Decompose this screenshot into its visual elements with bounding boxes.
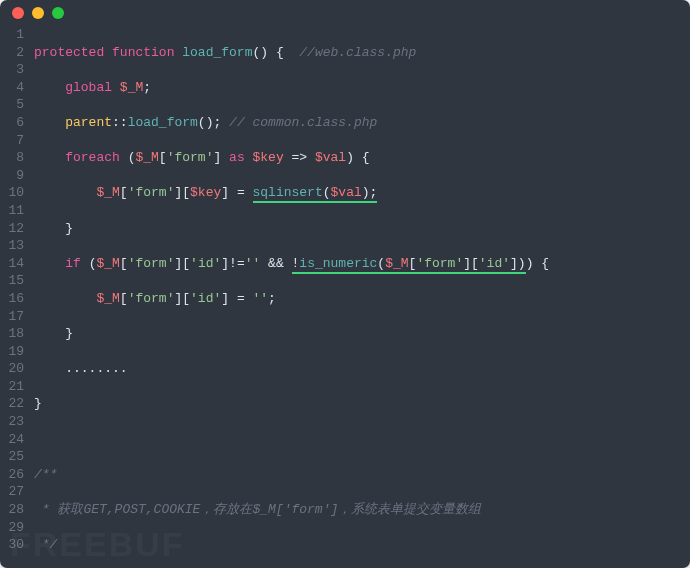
line-number: 13: [4, 237, 24, 255]
keyword: global: [65, 80, 112, 95]
variable: $val: [315, 150, 346, 165]
function-call: is_numeric: [299, 256, 377, 271]
line-number: 30: [4, 536, 24, 554]
code-line: parent::load_form(); // common.class.php: [34, 114, 572, 132]
string: '': [253, 291, 269, 306]
variable: $key: [190, 185, 221, 200]
function-call: sqlinsert: [253, 185, 323, 200]
maximize-icon[interactable]: [52, 7, 64, 19]
string: 'form': [128, 256, 175, 271]
line-number: 25: [4, 448, 24, 466]
line-number: 29: [4, 519, 24, 537]
variable: $_M: [135, 150, 158, 165]
line-number: 28: [4, 501, 24, 519]
editor-window: 1 2 3 4 5 6 7 8 9 10 11 12 13 14 15 16 1…: [0, 0, 690, 568]
code-line: protected function load_form() { //web.c…: [34, 44, 572, 62]
keyword: as: [229, 150, 245, 165]
parent-call: parent: [65, 115, 112, 130]
line-number: 17: [4, 308, 24, 326]
variable: $val: [331, 185, 362, 200]
keyword: function: [112, 45, 174, 60]
code-editor: 1 2 3 4 5 6 7 8 9 10 11 12 13 14 15 16 1…: [0, 26, 690, 568]
ellipsis: ........: [65, 361, 127, 376]
string: 'id': [190, 291, 221, 306]
line-number: 7: [4, 132, 24, 150]
function-name: load_form: [182, 45, 252, 60]
code-line: /**: [34, 466, 572, 484]
line-number: 21: [4, 378, 24, 396]
function-name: load_form: [128, 115, 198, 130]
code-line: }: [34, 325, 572, 343]
string: 'id': [190, 256, 221, 271]
string: 'form': [128, 185, 175, 200]
string: 'id': [479, 256, 510, 271]
line-number: 23: [4, 413, 24, 431]
line-number: 15: [4, 272, 24, 290]
code-line: * 获取GET,POST,COOKIE，存放在$_M['form']，系统表单提…: [34, 501, 572, 519]
variable: $key: [253, 150, 284, 165]
line-number: 14: [4, 255, 24, 273]
keyword: foreach: [65, 150, 120, 165]
string: '': [245, 256, 261, 271]
code-line: foreach ($_M['form'] as $key => $val) {: [34, 149, 572, 167]
line-number: 2: [4, 44, 24, 62]
keyword: protected: [34, 45, 104, 60]
comment: */: [34, 537, 57, 552]
code-line: $_M['form'][$key] = sqlinsert($val);: [34, 184, 572, 202]
line-number: 12: [4, 220, 24, 238]
line-number: 20: [4, 360, 24, 378]
line-number: 24: [4, 431, 24, 449]
line-number: 9: [4, 167, 24, 185]
keyword: if: [65, 256, 81, 271]
code-line: global $_M;: [34, 79, 572, 97]
string: 'form': [416, 256, 463, 271]
line-number: 6: [4, 114, 24, 132]
line-number: 11: [4, 202, 24, 220]
code-line: $_M['form']['id'] = '';: [34, 290, 572, 308]
line-number: 16: [4, 290, 24, 308]
comment: /**: [34, 467, 57, 482]
code-line: ........: [34, 360, 572, 378]
variable: $_M: [96, 256, 119, 271]
line-number: 26: [4, 466, 24, 484]
line-number: 1: [4, 26, 24, 44]
line-number: 19: [4, 343, 24, 361]
variable: $_M: [96, 291, 119, 306]
variable: $_M: [96, 185, 119, 200]
code-line: }: [34, 220, 572, 238]
variable: $_M: [120, 80, 143, 95]
code-line: */: [34, 536, 572, 554]
minimize-icon[interactable]: [32, 7, 44, 19]
comment: // common.class.php: [229, 115, 377, 130]
window-titlebar: [0, 0, 690, 26]
code-line: [34, 431, 572, 449]
close-icon[interactable]: [12, 7, 24, 19]
string: 'form': [167, 150, 214, 165]
line-number: 4: [4, 79, 24, 97]
comment: //web.class.php: [299, 45, 416, 60]
line-gutter: 1 2 3 4 5 6 7 8 9 10 11 12 13 14 15 16 1…: [4, 26, 34, 568]
code-body[interactable]: protected function load_form() { //web.c…: [34, 26, 572, 568]
line-number: 18: [4, 325, 24, 343]
line-number: 8: [4, 149, 24, 167]
comment: * 获取GET,POST,COOKIE，存放在$_M['form']，系统表单提…: [34, 502, 481, 517]
line-number: 27: [4, 483, 24, 501]
line-number: 22: [4, 395, 24, 413]
code-line: if ($_M['form']['id']!='' && !is_numeric…: [34, 255, 572, 273]
string: 'form': [128, 291, 175, 306]
line-number: 3: [4, 61, 24, 79]
code-line: }: [34, 395, 572, 413]
line-number: 5: [4, 96, 24, 114]
variable: $_M: [385, 256, 408, 271]
line-number: 10: [4, 184, 24, 202]
